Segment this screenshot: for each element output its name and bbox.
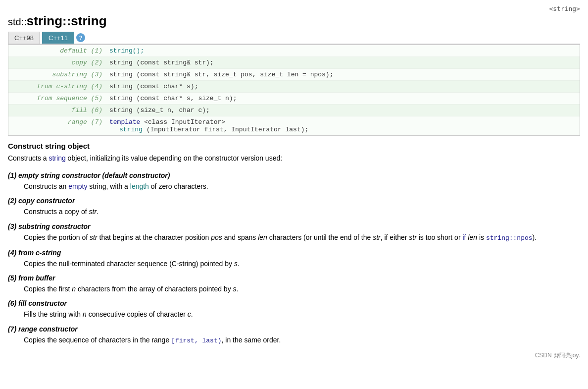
footer: CSDN @阿亮joy. <box>8 351 580 360</box>
code-content-3: string (const string& str, size_t pos, s… <box>107 70 580 79</box>
if-keyword: if <box>462 233 466 241</box>
constructor-3-title: (3) substring constructor <box>8 222 580 230</box>
template-keyword: template <box>109 118 140 126</box>
title-prefix: std:: <box>8 16 27 27</box>
length-link[interactable]: length <box>130 182 149 190</box>
constructor-7-id: (7) <box>8 325 18 333</box>
range-params: (InputIterator first, InputIterator last… <box>147 126 309 133</box>
code-row-range: range (7) template <class InputIterator>… <box>8 116 580 135</box>
code-content-6: string (size_t n, char c); <box>107 106 580 115</box>
tab-cpp11[interactable]: C++11 <box>42 32 74 44</box>
code-row-cstring: from c-string (4) string (const char* s)… <box>8 81 580 93</box>
constructor-7-body: Copies the sequence of characters in the… <box>24 334 580 346</box>
constructor-4-title: (4) from c-string <box>8 249 580 257</box>
code-label-3: substring (3) <box>8 70 107 79</box>
empty-link[interactable]: empty <box>68 182 87 190</box>
constructor-4-id: (4) <box>8 249 18 257</box>
constructor-5: (5) from buffer Copies the first n chara… <box>8 274 580 294</box>
constructor-1: (1) empty string constructor (default co… <box>8 171 580 192</box>
range-link: [first, last) <box>171 337 221 344</box>
constructor-3-label: substring constructor <box>18 222 90 230</box>
include-hint: <string> <box>8 5 580 12</box>
constructor-7: (7) range constructor Copies the sequenc… <box>8 325 580 346</box>
constructor-1-id: (1) <box>8 171 18 179</box>
tab-cpp98[interactable]: C++98 <box>8 32 40 44</box>
code-label-2: copy (2) <box>8 58 107 67</box>
constructor-2: (2) copy constructor Constructs a copy o… <box>8 197 580 217</box>
constructor-2-id: (2) <box>8 197 18 205</box>
constructor-7-label: range constructor <box>18 325 78 333</box>
constructor-1-label: empty string constructor (default constr… <box>18 171 170 179</box>
constructor-4: (4) from c-string Copies the null-termin… <box>8 249 580 269</box>
constructor-6-id: (6) <box>8 299 18 307</box>
constructor-4-label: from c-string <box>18 249 61 257</box>
constructor-1-title: (1) empty string constructor (default co… <box>8 171 580 179</box>
code-label-1: default (1) <box>8 46 107 56</box>
constructor-5-body: Copies the first n characters from the a… <box>24 283 580 294</box>
constructor-5-title: (5) from buffer <box>8 274 580 282</box>
section-heading: Construct string object <box>8 142 580 150</box>
code-row-default: default (1) string(); <box>8 45 580 57</box>
constructor-1-body: Constructs an empty string, with a lengt… <box>24 181 580 192</box>
constructor-6-body: Fills the string with n consecutive copi… <box>24 309 580 320</box>
code-label-5: from sequence (5) <box>8 94 107 103</box>
code-box: default (1) string(); copy (2) string (c… <box>8 45 580 136</box>
intro-string-link[interactable]: string <box>49 154 65 162</box>
constructor-3: (3) substring constructor Copies the por… <box>8 222 580 244</box>
code-row-copy: copy (2) string (const string& str); <box>8 57 580 69</box>
code-content-7: template <class InputIterator> string (I… <box>107 117 580 134</box>
code-row-substring: substring (3) string (const string& str,… <box>8 69 580 81</box>
code-content-2: string (const string& str); <box>107 58 580 67</box>
code-template-line1: template <class InputIterator> <box>109 118 578 126</box>
intro-text: Constructs a string object, initializing… <box>8 153 580 164</box>
tab-help-button[interactable]: ? <box>76 33 85 42</box>
constructor-4-body: Copies the null-terminated character seq… <box>24 258 580 269</box>
code-template-line2: string (InputIterator first, InputIterat… <box>109 126 578 133</box>
string-keyword-range: string <box>119 126 143 133</box>
code-text-4: string (const char* s); <box>109 83 198 90</box>
constructor-7-title: (7) range constructor <box>8 325 580 333</box>
constructor-2-label: copy constructor <box>18 197 75 205</box>
tab-bar: C++98 C++11 ? <box>8 32 580 45</box>
code-content-1: string(); <box>107 46 580 56</box>
constructor-5-id: (5) <box>8 274 18 282</box>
constructor-6-label: fill constructor <box>18 299 67 307</box>
code-label-4: from c-string (4) <box>8 82 107 91</box>
code-text-3: string (const string& str, size_t pos, s… <box>109 71 333 78</box>
constructor-2-title: (2) copy constructor <box>8 197 580 205</box>
constructor-2-body: Constructs a copy of str. <box>24 206 580 217</box>
code-content-5: string (const char* s, size_t n); <box>107 94 580 103</box>
code-content-4: string (const char* s); <box>107 82 580 91</box>
code-row-sequence: from sequence (5) string (const char* s,… <box>8 93 580 105</box>
code-text-6: string (size_t n, char c); <box>109 107 210 114</box>
code-text-2: string (const string& str); <box>109 59 214 66</box>
code-row-fill: fill (6) string (size_t n, char c); <box>8 105 580 116</box>
constructor-5-label: from buffer <box>18 274 55 282</box>
constructor-6: (6) fill constructor Fills the string wi… <box>8 299 580 320</box>
code-text-1: string(); <box>109 47 144 55</box>
code-text-5: string (const char* s, size_t n); <box>109 95 237 102</box>
npos-link: string::npos <box>486 234 533 242</box>
constructor-3-body: Copies the portion of str that begins at… <box>24 232 580 244</box>
template-class: <class InputIterator> <box>144 118 225 126</box>
code-label-6: fill (6) <box>8 106 107 115</box>
page-title: std::string::string <box>8 13 580 29</box>
title-main: string::string <box>27 13 107 28</box>
constructor-6-title: (6) fill constructor <box>8 299 580 307</box>
code-label-7: range (7) <box>8 117 107 127</box>
constructor-3-id: (3) <box>8 222 18 230</box>
